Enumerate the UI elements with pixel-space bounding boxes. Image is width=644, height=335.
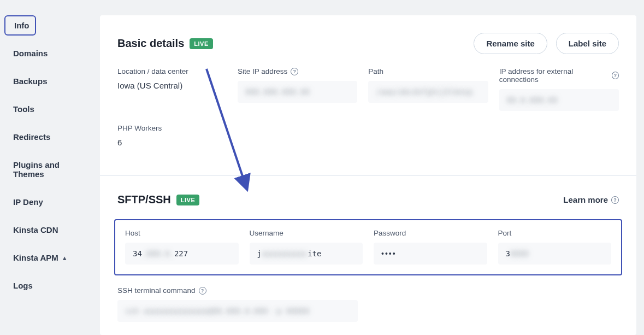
location-label: Location / data center	[117, 67, 227, 75]
sidebar-item-info[interactable]: Info	[4, 15, 36, 36]
learn-more-label: Learn more	[563, 195, 608, 204]
password-label: Password	[374, 229, 487, 237]
host-value[interactable]: 34.000.0.227	[125, 243, 239, 265]
site-ip-label: Site IP address	[238, 67, 287, 75]
main-panel: Basic details LIVE Rename site Label sit…	[100, 15, 636, 335]
field-path: Path /www/abcdefghijklmnop	[368, 67, 488, 111]
sidebar-item-kinsta-apm[interactable]: Kinsta APM ▲	[0, 248, 78, 268]
sidebar-item-kinsta-cdn[interactable]: Kinsta CDN	[0, 220, 100, 240]
learn-more-link[interactable]: Learn more ?	[563, 195, 619, 204]
php-workers-value: 6	[117, 138, 227, 147]
field-php-workers: PHP Workers 6	[117, 124, 227, 147]
field-ssh-command: SSH terminal command ? ssh aaaaaaaaaaaaa…	[117, 286, 619, 322]
path-value[interactable]: /www/abcdefghijklmnop	[368, 81, 488, 103]
rename-site-button[interactable]: Rename site	[474, 33, 547, 54]
sidebar-item-label: Kinsta APM	[13, 253, 58, 262]
password-value[interactable]: ••••	[374, 243, 487, 265]
help-icon[interactable]: ?	[199, 287, 206, 295]
help-icon[interactable]: ?	[612, 72, 619, 79]
ext-ip-value[interactable]: 00.0.000.00	[499, 89, 619, 111]
label-site-button[interactable]: Label site	[556, 33, 619, 54]
ssh-cmd-value[interactable]: ssh aaaaaaaaaaaaaa@00.000.0.000 -p 00000	[117, 300, 358, 322]
sidebar: Info Domains Backups Tools Redirects Plu…	[0, 0, 100, 335]
username-value[interactable]: jaaaaaaaaasite	[250, 243, 363, 265]
sftp-credentials-box: Host 34.000.0.227 Username jaaaaaaaaasit…	[114, 219, 622, 275]
field-port: Port 30000	[498, 229, 612, 265]
sidebar-item-redirects[interactable]: Redirects	[0, 127, 100, 147]
field-password: Password ••••	[374, 229, 487, 265]
help-icon[interactable]: ?	[291, 68, 298, 75]
field-ext-ip: IP address for external connections ? 00…	[499, 67, 619, 111]
ssh-cmd-label: SSH terminal command	[117, 286, 196, 295]
sidebar-item-domains[interactable]: Domains	[0, 43, 100, 63]
location-value: Iowa (US Central)	[117, 81, 227, 90]
host-label: Host	[125, 229, 239, 237]
section-sftp-ssh: SFTP/SSH LIVE Learn more ? Host 34.000.0…	[100, 175, 636, 335]
field-site-ip: Site IP address ? 000.000.000.00	[238, 67, 357, 111]
sidebar-item-plugins-themes[interactable]: Plugins and Themes	[0, 155, 100, 184]
sidebar-item-backups[interactable]: Backups	[0, 71, 100, 91]
sidebar-item-tools[interactable]: Tools	[0, 99, 100, 119]
path-label: Path	[368, 67, 488, 75]
php-workers-label: PHP Workers	[117, 124, 227, 132]
site-ip-value[interactable]: 000.000.000.00	[238, 81, 357, 103]
port-value[interactable]: 30000	[498, 243, 612, 265]
basic-details-title: Basic details	[117, 37, 184, 50]
ext-ip-label: IP address for external connections	[499, 67, 608, 84]
triangle-up-icon: ▲	[62, 255, 68, 261]
sidebar-item-logs[interactable]: Logs	[0, 275, 100, 296]
live-badge: LIVE	[190, 38, 212, 49]
section-basic-details: Basic details LIVE Rename site Label sit…	[100, 15, 636, 175]
field-host: Host 34.000.0.227	[125, 229, 239, 265]
username-label: Username	[250, 229, 363, 237]
live-badge: LIVE	[176, 195, 199, 205]
port-label: Port	[498, 229, 612, 237]
sidebar-item-ip-deny[interactable]: IP Deny	[0, 192, 100, 212]
field-location: Location / data center Iowa (US Central)	[117, 67, 227, 111]
sftp-ssh-title: SFTP/SSH	[117, 193, 171, 206]
field-username: Username jaaaaaaaaasite	[250, 229, 363, 265]
help-icon: ?	[611, 196, 619, 204]
